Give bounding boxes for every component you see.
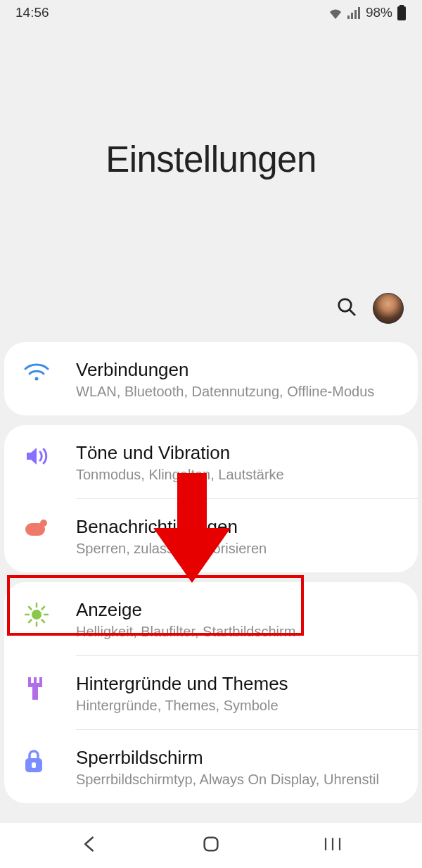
- row-notifications[interactable]: Benachrichtigungen Sperren, zulassen, pr…: [4, 499, 418, 572]
- row-text: Benachrichtigungen Sperren, zulassen, pr…: [76, 516, 402, 557]
- search-button[interactable]: [336, 296, 357, 320]
- svg-rect-5: [397, 6, 406, 20]
- header-area: Einstellungen: [0, 25, 422, 293]
- svg-line-19: [42, 607, 45, 610]
- row-text: Sperrbildschirm Sperrbildschirmtyp, Alwa…: [76, 747, 402, 788]
- nav-recents-button[interactable]: [323, 836, 343, 855]
- chevron-left-icon: [79, 834, 99, 854]
- row-text: Hintergründe und Themes Hintergründe, Th…: [76, 673, 402, 714]
- nav-back-button[interactable]: [79, 834, 99, 857]
- row-title: Hintergründe und Themes: [76, 673, 402, 695]
- wifi-status-icon: [328, 6, 343, 19]
- svg-point-10: [40, 520, 47, 527]
- svg-line-17: [42, 620, 45, 623]
- battery-status-icon: [397, 5, 407, 20]
- themes-icon: [20, 673, 76, 701]
- row-subtitle: Helligkeit, Blaufilter, Startbildschirm: [76, 624, 402, 640]
- svg-rect-20: [28, 677, 42, 687]
- status-right: 98%: [328, 5, 407, 20]
- svg-line-16: [29, 607, 32, 610]
- row-title: Anzeige: [76, 599, 402, 621]
- recents-icon: [323, 836, 343, 853]
- row-title: Töne und Vibration: [76, 442, 402, 464]
- svg-rect-1: [351, 13, 353, 19]
- row-subtitle: Sperren, zulassen, priorisieren: [76, 541, 402, 557]
- status-bar: 14:56 98%: [0, 0, 422, 25]
- signal-status-icon: [347, 6, 362, 19]
- row-subtitle: Sperrbildschirmtyp, Always On Display, U…: [76, 772, 402, 788]
- toolbar: [0, 293, 422, 338]
- row-themes[interactable]: Hintergründe und Themes Hintergründe, Th…: [4, 656, 418, 729]
- row-text: Töne und Vibration Tonmodus, Klingelton,…: [76, 442, 402, 483]
- lock-icon: [20, 747, 76, 774]
- row-subtitle: Tonmodus, Klingelton, Lautstärke: [76, 467, 402, 483]
- row-text: Anzeige Helligkeit, Blaufilter, Startbil…: [76, 599, 402, 640]
- notification-icon: [20, 516, 76, 537]
- svg-point-11: [32, 610, 41, 619]
- sound-icon: [20, 442, 76, 467]
- svg-rect-3: [358, 7, 360, 19]
- row-title: Verbindungen: [76, 359, 402, 381]
- search-icon: [336, 296, 357, 317]
- row-lockscreen[interactable]: Sperrbildschirm Sperrbildschirmtyp, Alwa…: [4, 730, 418, 803]
- svg-rect-21: [31, 677, 34, 683]
- home-icon: [201, 834, 221, 854]
- page-title: Einstellungen: [106, 139, 316, 180]
- svg-point-8: [35, 377, 39, 381]
- row-connections[interactable]: Verbindungen WLAN, Bluetooth, Datennutzu…: [4, 342, 418, 415]
- android-nav-bar: [0, 823, 422, 868]
- svg-rect-22: [37, 677, 39, 683]
- settings-card-display: Anzeige Helligkeit, Blaufilter, Startbil…: [4, 582, 418, 803]
- svg-rect-25: [32, 762, 36, 768]
- svg-rect-2: [354, 10, 357, 19]
- svg-rect-26: [205, 838, 218, 851]
- row-subtitle: WLAN, Bluetooth, Datennutzung, Offline-M…: [76, 384, 402, 400]
- row-sounds[interactable]: Töne und Vibration Tonmodus, Klingelton,…: [4, 425, 418, 498]
- svg-rect-4: [399, 5, 404, 6]
- nav-home-button[interactable]: [201, 834, 221, 857]
- svg-rect-0: [347, 15, 350, 19]
- status-time: 14:56: [15, 5, 49, 20]
- svg-line-7: [350, 310, 354, 315]
- svg-rect-23: [32, 687, 38, 700]
- display-icon: [20, 599, 76, 627]
- row-title: Sperrbildschirm: [76, 747, 402, 769]
- row-title: Benachrichtigungen: [76, 516, 402, 538]
- svg-line-18: [29, 620, 32, 623]
- row-text: Verbindungen WLAN, Bluetooth, Datennutzu…: [76, 359, 402, 400]
- settings-card-connections: Verbindungen WLAN, Bluetooth, Datennutzu…: [4, 342, 418, 415]
- wifi-icon: [20, 359, 76, 382]
- profile-avatar[interactable]: [373, 293, 404, 324]
- row-subtitle: Hintergründe, Themes, Symbole: [76, 698, 402, 714]
- row-display[interactable]: Anzeige Helligkeit, Blaufilter, Startbil…: [4, 582, 418, 655]
- battery-percent: 98%: [366, 5, 392, 20]
- settings-card-sounds: Töne und Vibration Tonmodus, Klingelton,…: [4, 425, 418, 572]
